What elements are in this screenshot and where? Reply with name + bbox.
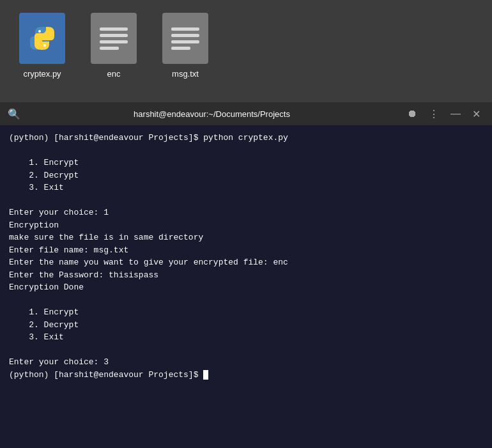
- file-icon-python: [19, 13, 65, 64]
- file-name-enc: enc: [107, 69, 121, 79]
- search-icon[interactable]: 🔍: [8, 108, 20, 120]
- file-item-enc[interactable]: enc: [91, 13, 137, 79]
- terminal-window: 🔍 harshit@endeavour:~/Documents/Projects…: [0, 102, 492, 448]
- menu-button[interactable]: ⋮: [425, 107, 443, 121]
- file-lines-msgtxt: [165, 19, 206, 59]
- terminal-title: harshit@endeavour:~/Documents/Projects: [20, 109, 403, 119]
- file-manager-area: cryptex.py enc msg.txt: [0, 0, 492, 102]
- close-button[interactable]: ✕: [468, 107, 484, 121]
- titlebar-buttons: ⏺ ⋮ — ✕: [403, 107, 484, 121]
- file-item-msgtxt[interactable]: msg.txt: [162, 13, 208, 79]
- file-lines-enc: [93, 19, 134, 59]
- record-button[interactable]: ⏺: [403, 107, 421, 121]
- svg-point-1: [43, 44, 46, 47]
- file-icon-enc: [91, 13, 137, 64]
- terminal-body[interactable]: (python) [harshit@endeavour Projects]$ p…: [0, 125, 492, 448]
- terminal-cursor: [203, 370, 208, 380]
- file-name-cryptex: cryptex.py: [23, 69, 61, 79]
- terminal-titlebar: 🔍 harshit@endeavour:~/Documents/Projects…: [0, 102, 492, 125]
- file-item-cryptex[interactable]: cryptex.py: [19, 13, 65, 79]
- file-icon-msgtxt: [162, 13, 208, 64]
- minimize-button[interactable]: —: [447, 107, 465, 121]
- file-name-msgtxt: msg.txt: [172, 69, 199, 79]
- svg-point-0: [38, 30, 41, 33]
